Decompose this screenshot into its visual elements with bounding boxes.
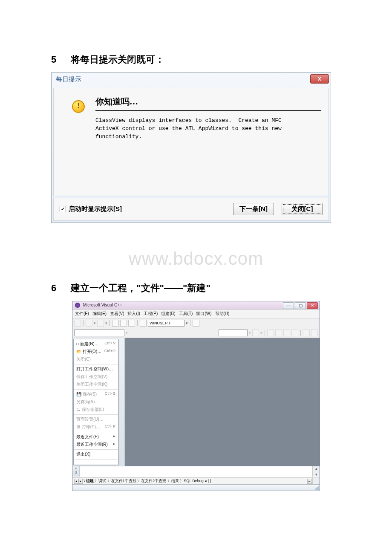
status-bar [72,484,320,491]
toolbar-row-2: ▾ ▾ ▾ [72,328,320,338]
vertical-scrollbar[interactable] [312,466,320,477]
toolbar-icon[interactable] [74,320,81,327]
file-menu-item[interactable]: 打开工作空间(W)… [74,365,118,373]
vc-body: □ 新建(N)…Ctrl+N📂 打开(O)…Ctrl+O关闭(C)打开工作空间(… [72,338,320,466]
file-menu-dropdown: □ 新建(N)…Ctrl+N📂 打开(O)…Ctrl+O关闭(C)打开工作空间(… [73,339,118,465]
toolbar-icon[interactable] [291,330,298,336]
menu-item[interactable]: 查看(V) [110,311,124,316]
tab-scroll-right-icon[interactable]: ▸ [307,479,312,484]
file-menu-item[interactable]: 📂 打开(O)…Ctrl+O [74,348,118,356]
next-tip-button[interactable]: 下一条[N] [233,203,274,215]
output-tab[interactable]: 调试 [98,479,106,483]
vc-title-text: Microsoft Visual C++ [83,303,122,307]
tab-nav-left-icon[interactable]: ◂ [74,479,78,484]
dialog-titlebar: 每日提示 x [52,73,331,86]
toolbar-icon[interactable] [252,330,259,336]
toolbar-icon[interactable] [311,330,318,336]
vc-app-icon [75,303,80,308]
find-combo-text: WINUSER.H [150,321,172,325]
step5-text: 将每日提示关闭既可： [71,54,164,65]
file-menu-item: 🗂 保存全部(L) [74,406,118,413]
toolbar-icon[interactable] [303,330,310,336]
tip-heading: 你知道吗… [95,96,321,111]
step5-num: 5 [51,54,68,65]
step5-heading: 5 将每日提示关闭既可： [51,53,341,66]
output-tab[interactable]: 在文件2中查找 [141,479,166,483]
combo[interactable] [219,330,248,336]
output-pane: ×▯ ◂▸ \ 组建 〉调试 〉在文件1中查找 〉在文件2中查找 〉结果 〉SQ… [72,466,320,484]
close-button[interactable]: 关闭[C] [282,203,323,215]
output-tab[interactable]: 在文件1中查找 [111,479,136,483]
undo-icon[interactable] [86,320,92,327]
output-tabs[interactable]: ◂▸ \ 组建 〉调试 〉在文件1中查找 〉在文件2中查找 〉结果 〉SQL D… [72,477,312,484]
output-pane-grip[interactable]: ×▯ [72,466,80,477]
config-combo[interactable] [74,330,124,336]
resize-grip-icon[interactable] [314,485,319,490]
toolbar-row-1: ▾ ▾ WINUSER.H ▾ [72,318,320,328]
dialog-body: 你知道吗… ClassView displays interfaces to c… [53,88,329,196]
daily-tip-dialog: 每日提示 x 你知道吗… ClassView displays interfac… [51,72,331,223]
toolbar-icon[interactable] [128,320,135,327]
watermark-text: www.bdocx.com [51,249,341,269]
file-menu-item[interactable]: □ 新建(N)…Ctrl+N [74,340,118,348]
menu-item[interactable]: 工具(T) [179,311,193,316]
file-menu-item[interactable]: 最近工作空间(R) [74,441,118,448]
file-menu-item: 关闭(C) [74,356,118,363]
menu-item[interactable]: 窗口(W) [196,311,211,316]
tab-nav-right-icon[interactable]: ▸ [78,479,83,484]
minimize-icon[interactable]: — [283,302,294,309]
output-tab[interactable]: SQL Debug [184,479,204,483]
step6-num: 6 [51,283,68,294]
menu-item[interactable]: 文件(F) [75,311,89,316]
file-menu-item: 保存工作空间(V) [74,373,118,381]
search-icon[interactable] [193,320,199,327]
file-menu-item: 💾 保存(S)Ctrl+S [74,390,118,398]
show-on-startup-label: 启动时显示提示[S] [69,205,122,213]
file-menu-item: 🖶 打印(P)…Ctrl+P [74,423,118,431]
step6-text: 建立一个工程，"文件"——"新建" [71,283,210,293]
toolbar-icon[interactable] [275,330,282,336]
toolbar-icon[interactable] [112,320,119,327]
file-menu-item[interactable]: 退出(X) [74,451,118,458]
step6-heading: 6 建立一个工程，"文件"——"新建" [51,282,341,295]
tip-icon-col [61,96,95,188]
lightbulb-icon [72,100,85,113]
menu-item[interactable]: 组建(B) [161,311,175,316]
output-tab[interactable]: 组建 [86,479,94,483]
dialog-title: 每日提示 [56,75,81,83]
toolbar-icon[interactable] [267,330,274,336]
toolbar-icon[interactable] [120,320,127,327]
scroll-corner [312,477,320,484]
find-icon[interactable] [140,320,147,327]
dialog-footer: 启动时显示提示[S] 下一条[N] 关闭[C] [53,198,329,221]
workspace-pane-edge [119,338,125,466]
menu-item[interactable]: 工程(P) [144,311,158,316]
find-combo[interactable]: WINUSER.H [148,320,184,327]
tip-body-text: ClassView displays interfaces to classes… [95,117,321,141]
file-menu-item: 关闭工作空间(K) [74,381,118,388]
redo-icon[interactable] [97,320,104,327]
window-controls: — ▢ ✕ [283,302,318,309]
output-tab[interactable]: 结果 [171,479,179,483]
menu-item[interactable]: 帮助(H) [215,311,230,316]
toolbar-icon[interactable] [283,330,290,336]
menu-bar[interactable]: 文件(F)编辑(E)查看(V)插入(I)工程(P)组建(B)工具(T)窗口(W)… [72,309,320,318]
file-menu-item: 页面设置(U)… [74,416,118,423]
visual-cpp-window: Microsoft Visual C++ — ▢ ✕ 文件(F)编辑(E)查看(… [72,301,320,491]
vc-titlebar: Microsoft Visual C++ — ▢ ✕ [72,301,320,309]
show-on-startup-checkbox[interactable] [60,206,66,212]
file-menu-item[interactable]: 最近文件(F) [74,433,118,441]
file-menu-item: 另存为(A)… [74,398,118,406]
close-icon[interactable]: x [310,74,329,84]
menu-item[interactable]: 编辑(E) [92,311,107,316]
maximize-icon[interactable]: ▢ [295,302,306,309]
mdi-client-area [125,338,320,466]
menu-item[interactable]: 插入(I) [127,311,140,316]
window-close-icon[interactable]: ✕ [307,302,318,309]
